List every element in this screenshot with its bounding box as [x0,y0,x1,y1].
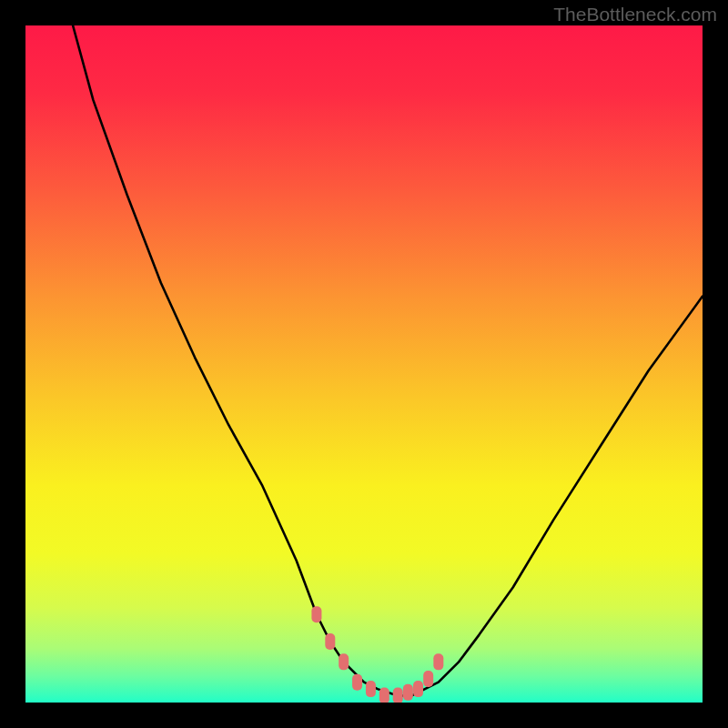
marker-point [339,653,349,670]
marker-point [423,671,433,687]
bottleneck-curve [73,25,703,696]
marker-point [366,681,376,697]
marker-point [352,674,362,691]
plot-area [25,25,703,703]
marker-point [403,684,413,701]
marker-point [433,653,443,670]
watermark-text: TheBottleneck.com [553,4,717,25]
outer-frame: TheBottleneck.com [0,0,728,728]
marker-point [393,688,403,703]
marker-point [379,688,389,703]
marker-point [311,606,321,622]
marker-point [413,681,423,697]
marker-point [325,633,335,650]
curve-layer [25,25,703,703]
